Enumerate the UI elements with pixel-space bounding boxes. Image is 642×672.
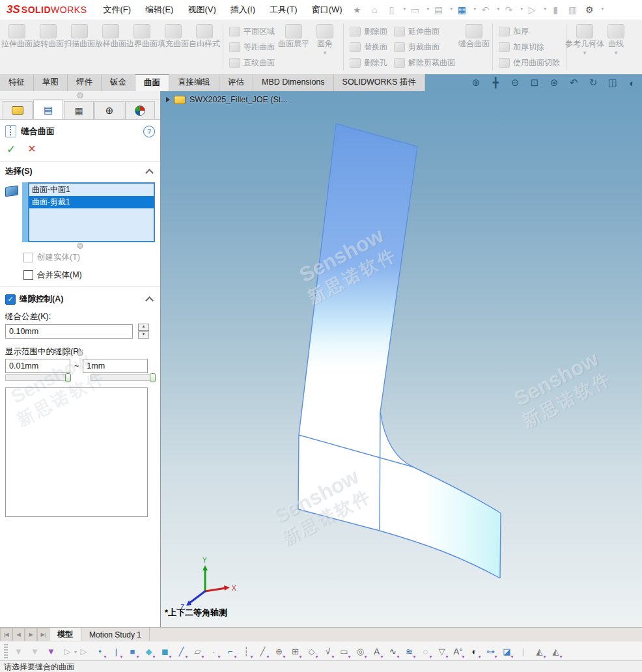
next-tab-icon[interactable]: ▶ bbox=[25, 628, 37, 641]
untrim-surface-button[interactable]: 解除剪裁曲面 bbox=[391, 55, 458, 70]
tab-configuration-manager[interactable]: ▦ bbox=[64, 101, 94, 119]
gap-control-section-header[interactable]: ✓ 缝隙控制(A) bbox=[0, 290, 160, 309]
panel-top-handle[interactable] bbox=[0, 91, 160, 100]
select-arrow-alt-icon[interactable]: ▷ bbox=[76, 647, 92, 656]
gap-list-box[interactable] bbox=[5, 387, 148, 517]
home-icon[interactable]: ⌂ bbox=[367, 5, 382, 15]
filter-surface-bodies-icon[interactable]: ◆ bbox=[141, 647, 157, 656]
panel-collapse-handle[interactable] bbox=[77, 92, 83, 98]
filter-centerline-icon[interactable]: ╱ bbox=[255, 647, 271, 656]
filter-notes-icon[interactable]: ▭ bbox=[336, 647, 352, 656]
menu-insert[interactable]: 插入(I) bbox=[223, 0, 262, 20]
options-gear-icon[interactable]: ⚙ bbox=[582, 5, 596, 15]
flyout-expand-icon[interactable] bbox=[166, 97, 170, 102]
thickened-cut-button[interactable]: 加厚切除 bbox=[495, 39, 563, 55]
pan-icon[interactable]: ╋ bbox=[488, 77, 503, 89]
touch-mode-icon[interactable]: ▮ bbox=[548, 5, 563, 15]
tab-solidworks-addins[interactable]: SOLIDWORKS 插件 bbox=[334, 74, 425, 91]
filter-multi-icon[interactable]: ▼ bbox=[27, 647, 43, 656]
knitting-tolerance-input[interactable]: 0.10mm bbox=[5, 324, 133, 339]
select-cursor-icon[interactable]: ▷ bbox=[525, 5, 539, 15]
filter-midpoints-icon[interactable]: ┆ bbox=[238, 647, 255, 656]
collapse-chevron-icon[interactable] bbox=[145, 169, 154, 177]
flyout-featuremanager[interactable]: SWX2025_Fillet_JOE (St... bbox=[166, 95, 288, 104]
filter-solid-bodies-icon[interactable]: ◼ bbox=[157, 647, 173, 656]
filter-hole-icon[interactable]: ⊕ bbox=[271, 647, 287, 656]
tab-direct-editing[interactable]: 直接编辑 bbox=[169, 74, 219, 91]
rotate-view-icon[interactable]: ↻ bbox=[586, 77, 600, 89]
toolbar-separator[interactable]: | bbox=[515, 647, 531, 656]
filter-axes-icon[interactable]: ╱ bbox=[173, 647, 189, 656]
delete-hole-button[interactable]: 删除孔 bbox=[346, 55, 391, 70]
offset-surface-button[interactable]: 等距曲面 bbox=[226, 39, 278, 55]
filter-faces-icon[interactable]: ■ bbox=[124, 647, 141, 656]
spin-down-button[interactable]: ▼ bbox=[138, 331, 149, 339]
collapse-chevron-icon[interactable] bbox=[145, 296, 154, 305]
selection-section-header[interactable]: 选择(S) bbox=[0, 162, 160, 181]
gap-range-max-input[interactable]: 1mm bbox=[83, 359, 148, 373]
fillet-dropdown-caret[interactable]: ▾ bbox=[324, 49, 327, 57]
toolbar-grip[interactable] bbox=[4, 644, 8, 658]
list-item-selected[interactable]: 曲面-剪裁1 bbox=[29, 196, 154, 208]
lofted-surface-button[interactable]: 放样曲面 bbox=[95, 22, 126, 50]
menu-file[interactable]: 文件(F) bbox=[96, 0, 138, 20]
trim-surface-button[interactable]: 剪裁曲面 bbox=[391, 39, 458, 55]
tab-evaluate[interactable]: 评估 bbox=[219, 74, 253, 91]
zoom-fit-icon[interactable]: ⊕ bbox=[469, 77, 483, 89]
select-arrow-icon[interactable]: ▷ bbox=[59, 647, 76, 656]
menu-window[interactable]: 窗口(W) bbox=[305, 0, 350, 20]
panel-splitter-handle[interactable] bbox=[77, 350, 83, 356]
tab-features[interactable]: 特征 bbox=[0, 74, 34, 91]
create-solid-checkbox[interactable] bbox=[23, 253, 33, 262]
menu-view[interactable]: 视图(V) bbox=[180, 0, 223, 20]
new-document-icon[interactable]: ▯ bbox=[384, 5, 398, 15]
filter-connection-point-icon[interactable]: A° bbox=[450, 647, 466, 656]
gap-range-min-input[interactable]: 0.01mm bbox=[5, 359, 70, 373]
help-button[interactable]: ? bbox=[143, 126, 155, 137]
merge-entities-checkbox[interactable] bbox=[23, 270, 33, 280]
filter-center-of-mass-icon[interactable]: ◐ bbox=[466, 647, 482, 656]
first-tab-icon[interactable]: |◀ bbox=[0, 628, 12, 641]
filter-dimensions-icon[interactable]: ⊞ bbox=[287, 647, 303, 656]
tab-property-manager[interactable]: ▤ bbox=[33, 100, 63, 119]
model-knit-surfaces[interactable]: Y X Z bbox=[161, 91, 642, 627]
ruled-surface-button[interactable]: 直纹曲面 bbox=[226, 55, 278, 70]
filter-surface-finish-icon[interactable]: ◇ bbox=[303, 647, 320, 656]
menu-edit[interactable]: 编辑(E) bbox=[138, 0, 180, 20]
filter-sketch-segments-icon[interactable]: ⌐ bbox=[222, 647, 238, 656]
filter-sketch-points-icon[interactable]: · bbox=[206, 647, 222, 656]
filter-edges-icon[interactable]: | bbox=[108, 647, 124, 656]
tab-sheet-metal[interactable]: 钣金 bbox=[102, 74, 135, 91]
gap-min-slider[interactable] bbox=[5, 374, 70, 381]
filter-toggle-icon[interactable]: ▼ bbox=[43, 647, 59, 656]
curves-button[interactable]: 曲线▾ bbox=[600, 22, 632, 59]
spin-up-button[interactable]: ▲ bbox=[138, 324, 149, 331]
graphics-viewport[interactable]: Senshow新思诺软件 Senshow新思诺软件 Senshow新思诺软件 bbox=[161, 91, 642, 627]
save-icon[interactable]: ▤ bbox=[431, 5, 445, 15]
reference-geometry-button[interactable]: 参考几何体▾ bbox=[569, 22, 600, 59]
tab-surfaces[interactable]: 曲面 bbox=[135, 74, 169, 91]
slider-handle[interactable] bbox=[150, 373, 156, 382]
motion-study-tab[interactable]: Motion Study 1 bbox=[81, 628, 150, 641]
print-icon[interactable]: ▦ bbox=[454, 5, 469, 15]
fillet-button[interactable]: 圆角▾ bbox=[309, 22, 341, 59]
gap-control-checkbox[interactable]: ✓ bbox=[5, 294, 16, 305]
tab-dimxpert-manager[interactable]: ⊕ bbox=[94, 101, 124, 119]
previous-view-icon[interactable]: ↶ bbox=[566, 77, 581, 89]
replace-face-button[interactable]: 替换面 bbox=[346, 39, 391, 55]
tab-featuremanager-tree[interactable] bbox=[3, 101, 33, 119]
zoom-selected-icon[interactable]: ⊜ bbox=[547, 77, 561, 89]
open-icon[interactable]: ▭ bbox=[408, 5, 422, 15]
slider-handle[interactable] bbox=[65, 373, 71, 382]
tab-weldments[interactable]: 焊件 bbox=[68, 74, 102, 91]
flatten-surface-button[interactable]: 曲面展平 bbox=[278, 22, 309, 50]
extend-surface-button[interactable]: 延伸曲面 bbox=[391, 23, 458, 39]
filter-block-icon[interactable]: ⊶ bbox=[482, 647, 499, 656]
undo-icon[interactable]: ↶ bbox=[478, 5, 492, 15]
filter-weld-bead-icon[interactable]: ◪ bbox=[499, 647, 515, 656]
tab-mbd-dimensions[interactable]: MBD Dimensions bbox=[253, 74, 334, 91]
redo-icon[interactable]: ↷ bbox=[501, 5, 516, 15]
filter-freeform-icon[interactable]: ∿ bbox=[385, 647, 401, 656]
menu-tools[interactable]: 工具(T) bbox=[262, 0, 305, 20]
curves-dropdown-caret[interactable]: ▾ bbox=[615, 49, 618, 57]
